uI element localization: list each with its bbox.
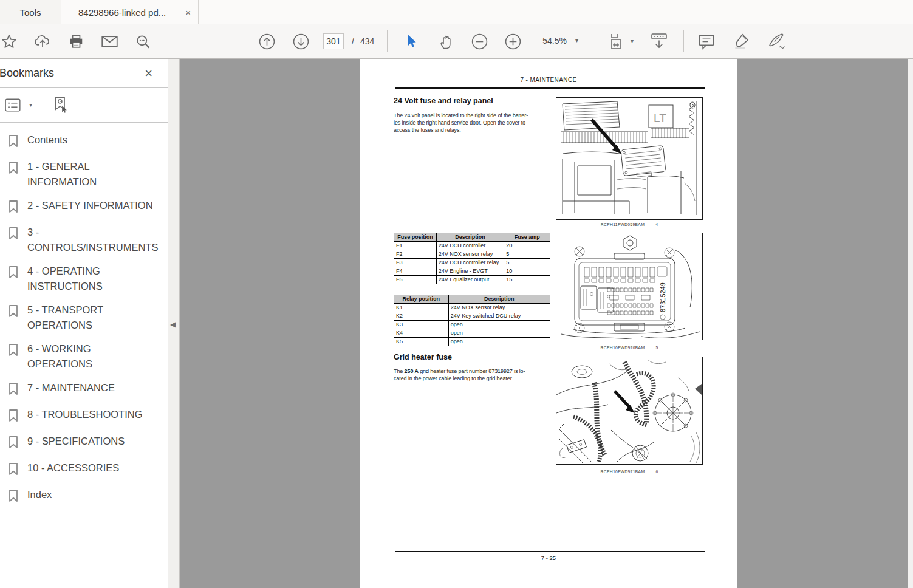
comment-icon[interactable] [697, 30, 716, 52]
fuse-table-header: Fuse amp [504, 233, 550, 242]
sidebar-collapse-icon[interactable]: ◀ [170, 320, 176, 329]
toolbar-divider [683, 30, 684, 52]
bookmark-item-contents[interactable]: Contents [7, 132, 163, 151]
section-body-fuse-panel: The 24 volt panel is located to the righ… [394, 112, 528, 134]
table-row: F324V DCU controller relay5 [394, 259, 550, 267]
tab-tools[interactable]: Tools [0, 0, 61, 24]
table-row: K224V Key switched DCU relay [394, 312, 550, 321]
bookmark-icon [7, 265, 19, 282]
fuse-table-header: Fuse position [394, 233, 437, 242]
chevron-down-icon: ▾ [575, 38, 578, 44]
bookmarks-header: Bookmarks × [0, 59, 168, 88]
tab-document[interactable]: 84298966-linked pd... × [61, 0, 199, 24]
select-tool-icon[interactable] [402, 30, 420, 52]
bookmarks-toolbar: ▾ [0, 88, 168, 123]
fuse-table-header: Description [436, 233, 504, 242]
tab-bar-empty [199, 0, 913, 24]
print-icon[interactable] [67, 30, 85, 52]
bookmark-icon [7, 408, 19, 425]
bookmark-icon [7, 160, 19, 177]
email-icon[interactable] [100, 30, 118, 52]
bookmark-icon [7, 304, 19, 321]
zoom-in-icon[interactable] [504, 30, 522, 52]
page-footer: 7 - 25 [360, 555, 737, 561]
bookmark-item-transport-operations[interactable]: 5 - TRANSPORTOPERATIONS [7, 303, 163, 333]
zoom-out-icon[interactable] [470, 30, 488, 52]
pdf-viewer-window: Tools 84298966-linked pd... × [0, 0, 913, 588]
figure-caption: RCPH10FWD971BAM6 [556, 470, 703, 474]
bookmark-item-operating-instructions[interactable]: 4 - OPERATINGINSTRUCTIONS [7, 264, 163, 294]
tab-close-icon[interactable]: × [184, 7, 192, 18]
section-title-fuse-panel: 24 Volt fuse and relay panel [394, 97, 493, 105]
bookmark-item-specifications[interactable]: 9 - SPECIFICATIONS [7, 434, 163, 452]
bookmark-options-caret-icon[interactable]: ▾ [29, 102, 32, 108]
bookmark-item-maintenance[interactable]: 7 - MAINTENANCE [7, 380, 163, 398]
page-number-input[interactable] [324, 34, 343, 49]
main-toolbar: / 434 54.5% ▾ ▾ [0, 24, 913, 59]
bookmark-item-index[interactable]: Index [7, 487, 163, 505]
bookmark-item-working-operations[interactable]: 6 - WORKING OPERATIONS [7, 341, 163, 372]
sidebar-edge: ◀ [168, 59, 180, 588]
vertical-scrollbar[interactable] [908, 59, 913, 588]
bookmarks-title: Bookmarks [0, 67, 145, 80]
table-row: K124V NOX sensor relay [394, 304, 550, 312]
bookmark-item-general-information[interactable]: 1 - GENERALINFORMATION [7, 159, 163, 190]
figure-grid-heater-location [556, 357, 703, 465]
bookmarks-list: Contents 1 - GENERALINFORMATION 2 - SAFE… [0, 123, 168, 505]
toolbar-divider [387, 30, 388, 52]
tab-tools-label: Tools [19, 7, 41, 18]
bookmarks-close-icon[interactable]: × [145, 67, 152, 80]
running-head: 7 - MAINTENANCE [360, 77, 737, 83]
relay-table-header: Description [448, 295, 550, 304]
page-fit-icon[interactable] [606, 30, 629, 52]
scrolling-mode-icon[interactable] [648, 30, 670, 52]
bookmark-icon [7, 381, 19, 398]
bookmark-icon [7, 134, 19, 151]
table-row: K3open [394, 321, 550, 329]
footer-rule [395, 551, 705, 552]
header-rule [395, 87, 705, 89]
search-icon[interactable] [134, 30, 152, 52]
pdf-page: 7 - MAINTENANCE 24 Volt fuse and relay p… [360, 59, 737, 588]
bookmark-icon [7, 199, 19, 216]
tab-document-label: 84298966-linked pd... [78, 7, 176, 18]
share-cloud-icon[interactable] [33, 30, 52, 52]
bookmarks-toolbar-divider [41, 95, 41, 115]
zoom-level-select[interactable]: 54.5% ▾ [538, 33, 583, 49]
bookmark-icon [7, 226, 19, 243]
table-row: F524V Equalizer output15 [394, 276, 550, 284]
tab-bar: Tools 84298966-linked pd... × [0, 0, 913, 24]
bookmarks-panel: Bookmarks × ▾ Contents [0, 59, 168, 588]
table-row: K5open [394, 338, 550, 346]
bookmark-icon [7, 488, 19, 505]
bookmark-item-safety-information[interactable]: 2 - SAFETY INFORMATION [7, 198, 163, 216]
highlight-icon[interactable] [732, 30, 750, 52]
document-canvas[interactable]: 7 - MAINTENANCE 24 Volt fuse and relay p… [180, 59, 913, 588]
bookmark-item-accessories[interactable]: 10 - ACCESSORIES [7, 460, 163, 479]
svg-text:87315249: 87315249 [659, 282, 666, 312]
viewer-body: Bookmarks × ▾ Contents [0, 59, 913, 588]
figure-caption: RCPH10FWD970BAM5 [556, 346, 703, 350]
bookmark-icon [7, 343, 19, 360]
favorite-star-icon[interactable] [0, 30, 18, 52]
zoom-level-value: 54.5% [542, 36, 567, 46]
bookmark-item-controls-instruments[interactable]: 3 -CONTROLS/INSTRUMENTS [7, 225, 163, 255]
figure-fuse-panel-closeup: 87315249 [556, 233, 703, 340]
table-row: K4open [394, 329, 550, 338]
bookmark-item-troubleshooting[interactable]: 8 - TROUBLESHOOTING [7, 407, 163, 425]
relay-table: Relay position Description K124V NOX sen… [394, 295, 550, 346]
locate-current-bookmark-icon[interactable] [50, 94, 72, 116]
page-number-input-wrap [323, 33, 344, 49]
svg-text:LT: LT [654, 112, 666, 125]
bookmark-options-icon[interactable] [2, 94, 23, 116]
relay-table-header: Relay position [394, 295, 449, 304]
figure-battery-compartment: LT [556, 97, 703, 220]
figure-caption: RCPH11FWD059BAM4 [556, 222, 703, 227]
next-page-icon[interactable] [292, 30, 310, 52]
hand-tool-icon[interactable] [437, 30, 455, 52]
bookmark-icon [7, 435, 19, 452]
page-total: 434 [360, 36, 374, 46]
sign-icon[interactable] [765, 30, 788, 52]
page-fit-caret-icon[interactable]: ▾ [631, 38, 634, 44]
previous-page-icon[interactable] [258, 30, 276, 52]
